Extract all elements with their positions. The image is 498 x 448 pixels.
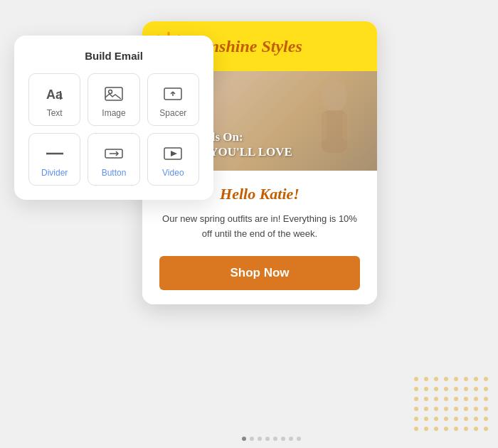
- block-grid: Aa Text Image: [28, 73, 199, 186]
- divider-label: Divider: [41, 168, 68, 178]
- text-label: Text: [47, 108, 63, 118]
- block-item-button[interactable]: Button: [88, 133, 139, 186]
- svg-rect-24: [317, 112, 327, 141]
- email-body-text: Our new spring outfits are in! Everythin…: [159, 212, 360, 242]
- dot-4[interactable]: [265, 437, 270, 441]
- button-icon: [104, 144, 124, 164]
- block-item-spacer[interactable]: Spacer: [147, 73, 199, 126]
- dot-7[interactable]: [289, 437, 293, 441]
- block-item-divider[interactable]: Divider: [28, 133, 80, 186]
- decorative-dot-grid: const grid = document.querySelector('.do…: [414, 377, 491, 434]
- dot-5[interactable]: [273, 437, 277, 441]
- dot-2[interactable]: [250, 437, 254, 441]
- spacer-icon: [163, 84, 183, 104]
- text-icon: Aa: [45, 84, 65, 104]
- button-label: Button: [102, 168, 127, 178]
- divider-icon: [45, 144, 65, 164]
- dot-3[interactable]: [258, 437, 262, 441]
- pagination-dots: [242, 437, 301, 441]
- dot-6[interactable]: [281, 437, 285, 441]
- svg-point-22: [322, 80, 347, 112]
- image-icon: [104, 84, 124, 104]
- block-item-video[interactable]: Video: [147, 133, 199, 186]
- svg-rect-25: [342, 112, 352, 141]
- video-label: Video: [162, 168, 184, 178]
- video-icon: [163, 144, 183, 164]
- hero-figure: [306, 78, 363, 171]
- spacer-label: Spacer: [159, 108, 186, 118]
- dot-1[interactable]: [242, 437, 246, 441]
- block-item-image[interactable]: Image: [88, 73, 139, 126]
- build-email-panel: Build Email Aa Text Image: [14, 36, 213, 200]
- image-label: Image: [102, 108, 125, 118]
- svg-point-3: [108, 90, 112, 94]
- shop-now-button[interactable]: Shop Now: [159, 256, 360, 290]
- svg-marker-12: [171, 151, 177, 156]
- panel-title: Build Email: [28, 50, 199, 62]
- dot-8[interactable]: [297, 437, 301, 441]
- block-item-text[interactable]: Aa Text: [28, 73, 80, 126]
